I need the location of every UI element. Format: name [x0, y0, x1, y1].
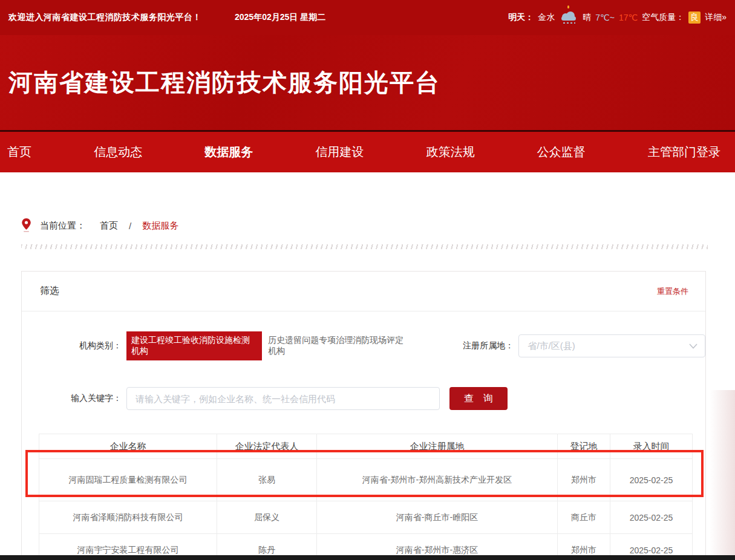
companies-table: 企业名称 企业法定代表人 企业注册属地 登记地 录入时间 河南固瑞工程质量检测有… — [39, 434, 693, 560]
table-header-row: 企业名称 企业法定代表人 企业注册属地 登记地 录入时间 — [39, 434, 693, 459]
nav-item-news[interactable]: 信息动态 — [94, 144, 142, 160]
air-quality-badge: 良 — [688, 11, 701, 24]
temp-low: 7℃~ — [595, 13, 615, 22]
cell-registry-city: 郑州市 — [558, 459, 610, 501]
cell-registry-city: 商丘市 — [558, 501, 610, 534]
date-text: 2025年02月25日 星期二 — [235, 12, 325, 23]
air-quality-label: 空气质量： — [642, 12, 684, 23]
bottom-dark-strip — [0, 555, 735, 560]
category-filter-row: 机构类别： 建设工程竣工验收消防设施检测机构 历史遗留问题专项治理消防现场评定机… — [22, 331, 705, 360]
chevron-down-icon — [689, 340, 697, 351]
region-select-placeholder: 省/市/区(县) — [528, 340, 575, 352]
slash-divider — [21, 244, 708, 249]
welcome-text: 欢迎进入河南省建设工程消防技术服务阳光平台！ — [8, 12, 201, 23]
weather-city: 金水 — [538, 12, 555, 23]
site-title: 河南省建设工程消防技术服务阳光平台 — [8, 66, 440, 99]
filter-panel-header: 筛选 重置条件 — [22, 272, 705, 311]
breadcrumb-label: 当前位置： — [40, 220, 85, 232]
site-banner: 河南省建设工程消防技术服务阳光平台 — [0, 35, 735, 130]
weather-tomorrow-label: 明天： — [508, 12, 534, 23]
table-row[interactable]: 河南固瑞工程质量检测有限公司 张易 河南省-郑州市-郑州高新技术产业开发区 郑州… — [39, 459, 693, 501]
temp-high: 17℃ — [619, 13, 638, 22]
nav-item-policy[interactable]: 政策法规 — [426, 144, 475, 160]
sun-dot-icon — [567, 5, 569, 8]
topbar: 欢迎进入河南省建设工程消防技术服务阳光平台！ 2025年02月25日 星期二 明… — [0, 0, 735, 35]
table-row[interactable]: 河南省泽顺消防科技有限公司 屈保义 河南省-商丘市-睢阳区 商丘市 2025-0… — [39, 501, 693, 534]
content-area: 当前位置： 首页 / 数据服务 筛选 重置条件 机构类别： 建设工程竣工验收消防… — [0, 218, 735, 560]
category-label: 机构类别： — [40, 340, 122, 351]
weather-widget: 明天： 金水 晴 7℃~ 17℃ 空气质量： — [508, 10, 727, 25]
right-edge-gradient — [710, 390, 735, 560]
weather-detail-link[interactable]: 详细» — [705, 12, 727, 23]
cloud-icon — [559, 10, 578, 25]
nav-item-supervision[interactable]: 公众监督 — [537, 144, 586, 160]
category-chip-selected[interactable]: 建设工程竣工验收消防设施检测机构 — [126, 331, 262, 360]
filter-title: 筛选 — [40, 285, 59, 298]
reset-filters-link[interactable]: 重置条件 — [657, 286, 688, 297]
nav-item-home[interactable]: 首页 — [7, 144, 31, 160]
breadcrumb-current-link[interactable]: 数据服务 — [142, 220, 178, 232]
category-chip-other[interactable]: 历史遗留问题专项治理消防现场评定机构 — [268, 335, 410, 357]
cell-entry-date: 2025-02-25 — [610, 501, 693, 534]
header-entry-date: 录入时间 — [610, 434, 693, 459]
weather-condition: 晴 — [583, 12, 591, 23]
page: 欢迎进入河南省建设工程消防技术服务阳光平台！ 2025年02月25日 星期二 明… — [0, 0, 735, 560]
region-label: 注册所属地： — [435, 340, 514, 351]
nav-item-admin-login[interactable]: 主管部门登录 — [648, 144, 720, 160]
cell-registered-location: 河南省-郑州市-郑州高新技术产业开发区 — [317, 459, 558, 501]
cell-company-name: 河南省泽顺消防科技有限公司 — [39, 501, 217, 534]
nav-item-data-service[interactable]: 数据服务 — [204, 144, 253, 160]
breadcrumb-home-link[interactable]: 首页 — [100, 220, 118, 232]
search-button[interactable]: 查 询 — [449, 387, 508, 410]
breadcrumb-separator: / — [129, 221, 131, 231]
header-company-name: 企业名称 — [39, 434, 217, 459]
main-nav: 首页 信息动态 数据服务 信用建设 政策法规 公众监督 主管部门登录 — [0, 132, 735, 172]
header-registry-city: 登记地 — [558, 434, 610, 459]
breadcrumb: 当前位置： 首页 / 数据服务 — [21, 218, 735, 234]
cell-registered-location: 河南省-商丘市-睢阳区 — [317, 501, 558, 534]
cell-legal-rep: 张易 — [217, 459, 317, 501]
location-pin-icon — [21, 218, 31, 234]
filter-panel: 筛选 重置条件 机构类别： 建设工程竣工验收消防设施检测机构 历史遗留问题专项治… — [21, 271, 706, 560]
keyword-input[interactable] — [126, 387, 440, 410]
cell-company-name: 河南固瑞工程质量检测有限公司 — [39, 459, 217, 501]
nav-item-credit[interactable]: 信用建设 — [315, 144, 364, 160]
cell-legal-rep: 屈保义 — [217, 501, 317, 534]
cell-entry-date: 2025-02-25 — [610, 459, 693, 501]
header-registered-location: 企业注册属地 — [317, 434, 558, 459]
keyword-label: 输入关键字： — [40, 393, 122, 404]
keyword-filter-row: 输入关键字： 查 询 — [22, 387, 705, 410]
header-legal-rep: 企业法定代表人 — [217, 434, 317, 459]
region-select[interactable]: 省/市/区(县) — [518, 334, 705, 357]
